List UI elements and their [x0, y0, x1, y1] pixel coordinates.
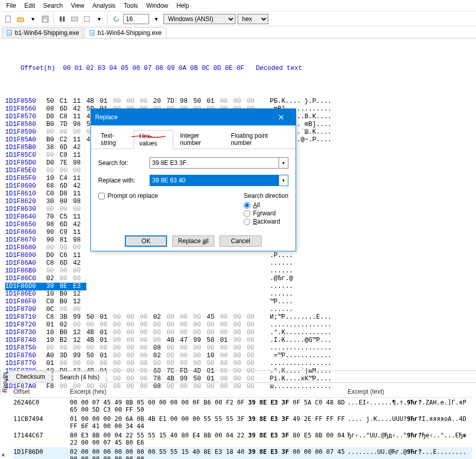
results-close-icon[interactable]: ✕ [1, 452, 5, 458]
direction-forward-label: Forward [253, 210, 276, 217]
hex-row[interactable]: 1D1F86D0398EE3 ...... [5, 283, 471, 290]
save-dropdown-icon[interactable]: ▾ [28, 14, 38, 24]
hex-row[interactable]: 1D1F8760A03D9950010000000200000010000000… [5, 352, 471, 360]
search-for-input[interactable] [150, 158, 279, 168]
svg-rect-6 [84, 16, 89, 22]
hex-row[interactable]: 1D1F86B0000000 ...... [5, 267, 471, 275]
tool3-dropdown-icon[interactable]: ▾ [94, 14, 104, 24]
hex-row[interactable]: 1D1F87000C0000 ...... [5, 306, 471, 314]
search-for-combo[interactable]: ▼ [150, 157, 288, 169]
menu-window[interactable]: Window [143, 1, 172, 10]
file-tab-2[interactable]: 50 b1-Win64-Shipping.exe [85, 27, 167, 38]
menu-help[interactable]: Help [173, 1, 192, 10]
svg-rect-2 [44, 20, 47, 22]
save-icon[interactable] [40, 14, 50, 24]
ok-button[interactable]: OK [125, 235, 167, 247]
open-folder-icon[interactable] [15, 14, 26, 24]
menu-analysis[interactable]: Analysis [89, 1, 119, 10]
hex-row[interactable]: 1D1F86C0020000 .@Ђг.@ [5, 275, 471, 283]
results-head-text: Excerpt (text) [347, 388, 472, 395]
header-offset: Offset(h) [21, 65, 56, 72]
hex-row[interactable]: 1D1F8690D0C611 .P.... [5, 252, 471, 260]
results-side-label[interactable]: Results [0, 370, 10, 395]
results-tab-search[interactable]: Search (4 hits) [53, 371, 106, 383]
file-tab-2-label: b1-Win64-Shipping.exe [98, 29, 162, 36]
direction-backward-radio[interactable] [244, 218, 250, 225]
tab-integer[interactable]: Integer number [174, 130, 224, 149]
dialog-titlebar[interactable]: Replace [91, 109, 296, 125]
direction-all-label: All [253, 201, 260, 209]
header-decoded: Decoded text [256, 65, 302, 72]
hex-row[interactable]: 1D1F873010B0124B010000000000000000000000… [5, 329, 471, 337]
direction-all-radio[interactable] [244, 202, 250, 209]
dialog-title: Replace [95, 114, 118, 121]
tab-hex-values[interactable]: Hex-values [134, 130, 173, 149]
results-row[interactable]: 17144C6780 E3 8B 00 04 22 55 55 15 40 80… [13, 431, 472, 447]
prompt-on-replace-label: Prompt on replace [107, 192, 158, 199]
menu-bar: File Edit Search View Analysis Tools Win… [0, 0, 476, 12]
hex-row[interactable]: 1D1F855050C1114B01000000207D985001000000… [5, 98, 471, 105]
replace-all-button[interactable]: Replace all [172, 235, 214, 247]
new-file-icon[interactable] [3, 14, 13, 24]
menu-file[interactable]: File [3, 1, 19, 10]
red-underline-annotation [131, 135, 167, 139]
chevron-down-icon[interactable]: ▼ [279, 175, 288, 186]
replace-with-combo[interactable]: ▼ [150, 175, 288, 186]
results-panel: Checksum Search (4 hits) Offset Excerpt … [9, 370, 476, 454]
chevron-down-icon[interactable]: ▼ [279, 158, 288, 168]
menu-search[interactable]: Search [40, 1, 66, 10]
direction-forward-radio[interactable] [244, 210, 250, 217]
encoding-select[interactable]: Windows (ANSI) [163, 14, 235, 24]
tab-float[interactable]: Floating point number [225, 130, 291, 149]
svg-rect-3 [60, 16, 62, 22]
menu-edit[interactable]: Edit [21, 1, 38, 10]
results-row[interactable]: 26246C000 00 07 45 49 8B 05 00 00 00 00 … [13, 398, 472, 414]
results-row[interactable]: 11CB749401 00 00 00 20 6A 0B 4B E1 00 00… [13, 414, 472, 431]
menu-tools[interactable]: Tools [121, 1, 141, 10]
prompt-on-replace-checkbox[interactable] [98, 193, 105, 199]
tool1-icon[interactable] [57, 14, 67, 24]
replace-dialog: Replace Text-string Hex-values Integer n… [90, 108, 296, 251]
file-tab-1[interactable]: 50 b1-Win64-Shipping.exe [2, 27, 84, 38]
tool3-icon[interactable] [82, 14, 92, 24]
svg-text:50: 50 [91, 32, 95, 35]
results-head-offset: Offset [13, 388, 70, 395]
toolbar: ▾ ▾ ▾ Windows (ANSI) hex [0, 12, 476, 26]
search-direction-label: Search direction [244, 192, 288, 199]
replace-with-input[interactable] [150, 175, 279, 186]
hex-row[interactable]: 1D1F875000000000000000000800000000000000… [5, 344, 471, 352]
hex-row[interactable]: 1D1F8710C83B9950010000000200000045000000… [5, 314, 471, 321]
hex-row[interactable]: 1D1F874010B2124B010000000040479950010000… [5, 337, 471, 344]
tool2-icon[interactable] [69, 14, 80, 24]
dialog-tabs: Text-string Hex-values Integer number Fl… [91, 125, 296, 149]
menu-view[interactable]: View [68, 1, 87, 10]
hex-row[interactable]: 1D1F86E010B012 ...... [5, 290, 471, 298]
search-for-label: Search for: [98, 159, 144, 167]
replace-with-label: Replace with: [98, 177, 144, 184]
svg-rect-5 [71, 17, 78, 21]
close-icon[interactable] [271, 112, 291, 123]
display-select[interactable]: hex [237, 14, 268, 24]
results-head-hex: Excerpt (hex) [70, 388, 347, 395]
hex-row[interactable]: 1D1F877001000000000000000000000000000000… [5, 360, 471, 368]
svg-rect-4 [63, 16, 65, 22]
svg-rect-0 [6, 16, 10, 22]
hex-row[interactable]: 1D1F86A0C86D42 ...... [5, 260, 471, 267]
hex-row[interactable]: 1D1F86F0C0B012 ™P.... [5, 298, 471, 306]
results-row[interactable]: 1D1F86D002 00 00 00 00 00 00 00 55 55 15… [13, 447, 472, 459]
file-tab-1-label: b1-Win64-Shipping.exe [15, 29, 79, 36]
results-tab-checksum[interactable]: Checksum [9, 371, 52, 382]
tab-text-string[interactable]: Text-string [95, 130, 133, 149]
svg-text:50: 50 [8, 32, 12, 35]
file-icon: 50 [7, 30, 13, 36]
header-bytes: 00 01 02 03 04 05 06 07 08 09 0A 0B 0C 0… [63, 65, 245, 72]
bytes-per-row-input[interactable] [123, 14, 149, 24]
direction-backward-label: Backward [253, 218, 280, 225]
refresh-icon[interactable] [111, 14, 121, 24]
cancel-button[interactable]: Cancel [219, 235, 262, 247]
hex-row[interactable]: 1D1F872001020000000000000000000000000000… [5, 321, 471, 329]
file-icon: 50 [89, 30, 96, 36]
bpr-dropdown-icon[interactable]: ▾ [151, 14, 161, 24]
file-tabs: 50 b1-Win64-Shipping.exe 50 b1-Win64-Shi… [0, 26, 476, 39]
